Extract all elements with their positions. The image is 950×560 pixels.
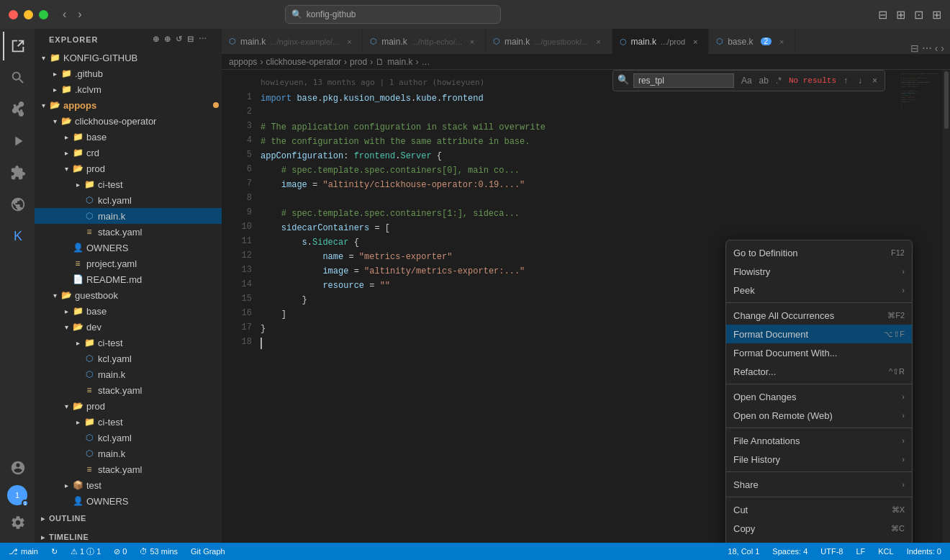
tree-owners[interactable]: ▸ 👤 OWNERS xyxy=(35,240,222,256)
regex-button[interactable]: .* xyxy=(773,74,784,87)
tab-nav-right-icon[interactable]: › xyxy=(941,42,944,54)
close-button[interactable] xyxy=(9,10,18,19)
tree-ci-dev[interactable]: ▸ 📁 ci-test xyxy=(35,335,222,351)
minimize-button[interactable] xyxy=(24,10,33,19)
statusbar-timer[interactable]: ⏱ 53 mins xyxy=(137,543,181,560)
menu-share[interactable]: Share › xyxy=(726,475,912,494)
tree-stack-dev[interactable]: ▸ ≡ stack.yaml xyxy=(35,382,222,398)
refresh-icon[interactable]: ↺ xyxy=(176,35,183,44)
tab-close-button[interactable]: × xyxy=(466,36,478,48)
menu-format-doc-with[interactable]: Format Document With... xyxy=(726,343,912,362)
activity-run[interactable] xyxy=(3,127,32,155)
menu-open-changes[interactable]: Open Changes › xyxy=(726,387,912,406)
tab-more-icon[interactable]: ⋯ xyxy=(922,42,932,54)
tree-kclvm[interactable]: ▸ 📁 .kclvm xyxy=(35,81,222,97)
tree-appops[interactable]: ▾ 📂 appops xyxy=(35,97,222,113)
menu-copy[interactable]: Copy ⌘C xyxy=(726,519,912,538)
breadcrumb-file[interactable]: main.k xyxy=(387,57,412,67)
activity-accounts[interactable] xyxy=(3,453,32,482)
tab-close-button[interactable]: × xyxy=(689,36,701,48)
tree-readme[interactable]: ▸ 📄 README.md xyxy=(35,271,222,287)
tree-prod[interactable]: ▾ 📂 prod xyxy=(35,161,222,176)
nav-back-button[interactable]: ‹ xyxy=(60,6,69,22)
maximize-button[interactable] xyxy=(39,10,48,19)
tree-github[interactable]: ▸ 📁 .github xyxy=(35,66,222,81)
tree-dev[interactable]: ▾ 📂 dev xyxy=(35,319,222,335)
tab-close-button[interactable]: × xyxy=(593,36,605,48)
layout-icon[interactable]: ⊞ xyxy=(896,8,905,22)
tab-close-button[interactable]: × xyxy=(343,36,355,48)
statusbar-git-graph[interactable]: Git Graph xyxy=(188,543,228,560)
menu-peek[interactable]: Peek › xyxy=(726,281,912,299)
tab-main-k-nginx[interactable]: ⬡ main.k .../nginx-example/... × xyxy=(222,29,363,54)
activity-extensions[interactable] xyxy=(3,158,32,187)
tree-owners-gb[interactable]: ▸ 👤 OWNERS xyxy=(35,493,222,509)
split-icon[interactable]: ⊡ xyxy=(914,8,923,22)
statusbar-language[interactable]: KCL xyxy=(875,543,896,560)
activity-remote[interactable] xyxy=(3,190,32,219)
activity-kusion[interactable]: K xyxy=(3,222,32,250)
tab-nav-left-icon[interactable]: ‹ xyxy=(935,42,938,54)
tree-prod-gb[interactable]: ▾ 📂 prod xyxy=(35,398,222,414)
tab-main-k-http[interactable]: ⬡ main.k .../http-echo/... × xyxy=(363,29,486,54)
nav-forward-button[interactable]: › xyxy=(75,6,84,22)
activity-search[interactable] xyxy=(3,63,32,92)
tree-kcl-yaml[interactable]: ▸ ⬡ kcl.yaml xyxy=(35,192,222,208)
tree-main-dev[interactable]: ▸ ⬡ main.k xyxy=(35,366,222,382)
scrollbar[interactable] xyxy=(943,70,950,543)
tree-guestbook[interactable]: ▾ 📂 guestbook xyxy=(35,287,222,303)
menu-open-remote[interactable]: Open on Remote (Web) › xyxy=(726,406,912,425)
statusbar-encoding[interactable]: UTF-8 xyxy=(818,543,846,560)
title-search[interactable]: 🔍 konfig-github xyxy=(285,5,501,24)
statusbar-sync[interactable]: ↻ xyxy=(48,543,60,560)
statusbar-indents[interactable]: Indents: 0 xyxy=(904,543,944,560)
collapse-icon[interactable]: ⊟ xyxy=(187,35,194,44)
find-input[interactable] xyxy=(633,73,734,88)
tree-test-gb[interactable]: ▸ 📦 test xyxy=(35,477,222,493)
tree-ci-test[interactable]: ▸ 📁 ci-test xyxy=(35,176,222,192)
tab-base-k[interactable]: ⬡ base.k 2 × xyxy=(709,29,795,54)
activity-explorer[interactable] xyxy=(3,32,32,60)
tab-split-icon[interactable]: ⊟ xyxy=(910,42,919,54)
menu-file-history[interactable]: File History › xyxy=(726,450,912,469)
menu-file-annotations[interactable]: File Annotations › xyxy=(726,431,912,450)
match-case-button[interactable]: Aa xyxy=(738,74,755,87)
tree-project-yaml[interactable]: ▸ ≡ project.yaml xyxy=(35,256,222,271)
menu-copy-as[interactable]: Copy As › xyxy=(726,538,912,543)
menu-format-doc[interactable]: Format Document ⌥⇧F xyxy=(726,325,912,343)
tree-main-gb[interactable]: ▸ ⬡ main.k xyxy=(35,446,222,461)
statusbar-spaces[interactable]: Spaces: 4 xyxy=(769,543,810,560)
tree-main-k-active[interactable]: ▸ ⬡ main.k xyxy=(35,208,222,224)
new-folder-icon[interactable]: ⊕ xyxy=(164,35,171,44)
tree-stack-yaml[interactable]: ▸ ≡ stack.yaml xyxy=(35,224,222,240)
menu-cut[interactable]: Cut ⌘X xyxy=(726,500,912,519)
tree-root[interactable]: ▾ 📁 KONFIG-GITHUB xyxy=(35,50,222,66)
sidebar-toggle-icon[interactable]: ⊟ xyxy=(878,8,887,22)
tab-main-k-guestbook[interactable]: ⬡ main.k .../guestbook/... × xyxy=(486,29,612,54)
tree-clickhouse[interactable]: ▾ 📂 clickhouse-operator xyxy=(35,113,222,129)
statusbar-branch[interactable]: ⎇ main xyxy=(6,543,41,560)
menu-change-all[interactable]: Change All Occurrences ⌘F2 xyxy=(726,306,912,325)
tree-ci-gb[interactable]: ▸ 📁 ci-test xyxy=(35,414,222,430)
statusbar-position[interactable]: 18, Col 1 xyxy=(725,543,762,560)
menu-goto-def[interactable]: Go to Definition F12 xyxy=(726,243,912,262)
outline-section[interactable]: ▸ OUTLINE xyxy=(35,509,222,528)
activity-settings[interactable] xyxy=(3,508,32,537)
statusbar-errors[interactable]: ⚠ 1 ⓘ 1 xyxy=(68,543,104,560)
tree-crd[interactable]: ▸ 📁 crd xyxy=(35,145,222,161)
grid-icon[interactable]: ⊞ xyxy=(932,8,941,22)
avatar[interactable]: 1 1 xyxy=(7,485,27,505)
statusbar-line-ending[interactable]: LF xyxy=(853,543,868,560)
tab-close-button[interactable]: × xyxy=(776,36,787,48)
scroll-thumb[interactable] xyxy=(944,71,949,129)
tree-kcl-gb[interactable]: ▸ ⬡ kcl.yaml xyxy=(35,430,222,446)
find-prev-button[interactable]: ↑ xyxy=(841,74,851,87)
activity-source-control[interactable] xyxy=(3,95,32,124)
breadcrumb-appops[interactable]: appops xyxy=(229,57,257,67)
tree-kcl-dev[interactable]: ▸ ⬡ kcl.yaml xyxy=(35,351,222,366)
statusbar-ports[interactable]: ⊘ 0 xyxy=(111,543,130,560)
tab-main-k-prod[interactable]: ⬡ main.k .../prod × xyxy=(612,29,710,54)
new-file-icon[interactable]: ⊕ xyxy=(153,35,160,44)
find-next-button[interactable]: ↓ xyxy=(855,74,865,87)
whole-word-button[interactable]: ab xyxy=(756,74,772,87)
